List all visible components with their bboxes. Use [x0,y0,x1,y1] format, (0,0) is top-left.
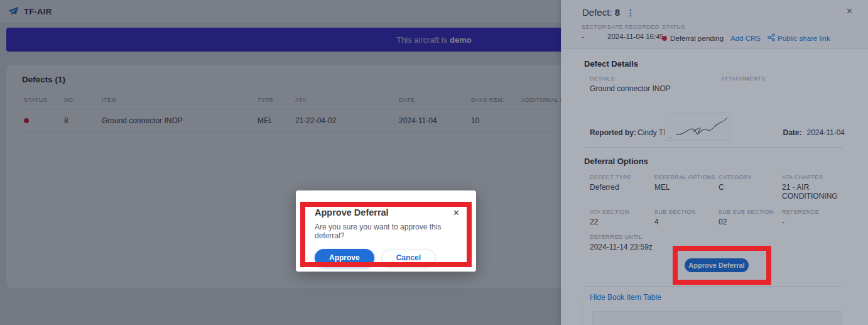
modal-approve-button[interactable]: Approve [315,249,374,267]
modal-backdrop [0,0,868,325]
modal-close-icon[interactable]: ✕ [453,208,460,218]
modal-message: Are you sure you want to approve this de… [315,223,460,240]
approve-deferral-modal: Approve Deferral ✕ Are you sure you want… [296,190,476,272]
app-root: TF-AIR This aircraft is demo Defects (1)… [0,0,868,325]
modal-title: Approve Deferral [315,207,389,218]
modal-cancel-button[interactable]: Cancel [382,249,435,267]
